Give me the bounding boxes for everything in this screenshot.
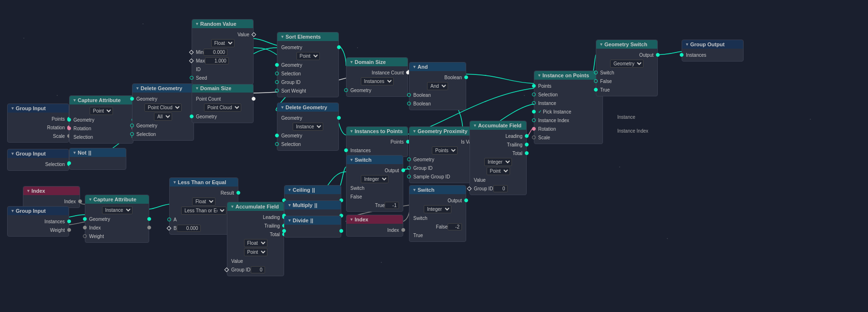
socket-dg1-geo-in[interactable] — [130, 97, 134, 101]
socket-iop-scale-in[interactable] — [532, 135, 536, 139]
socket-and-bool-in1[interactable] — [407, 93, 411, 97]
index-1-header[interactable]: ▾ Index — [23, 187, 80, 195]
socket-ca2-index-out[interactable] — [147, 226, 151, 229]
sw3-type-select[interactable]: Geometry — [610, 60, 643, 68]
switch-2-header[interactable]: ▾ Switch — [409, 186, 466, 194]
lte-type-select[interactable]: Float — [192, 198, 215, 206]
rv-max-input[interactable] — [205, 57, 229, 64]
socket-ca2-weight-in[interactable] — [83, 234, 87, 238]
group-output-header[interactable]: ▾ Group Output — [682, 40, 743, 49]
rv-min-input[interactable] — [204, 49, 227, 56]
socket-and-bool-in2[interactable] — [407, 102, 411, 105]
capture-attr-1-header[interactable]: ▾ Capture Attribute — [70, 96, 133, 104]
ceiling-header[interactable]: ▾ Ceiling || — [285, 186, 341, 194]
se-domain-select[interactable]: Point — [296, 52, 320, 60]
socket-dg2-geo-out[interactable] — [337, 116, 341, 120]
socket-sw3-out[interactable] — [656, 53, 660, 57]
acc-field-1-header[interactable]: ▾ Accumulate Field — [227, 202, 284, 211]
not-header[interactable]: ▾ Not || — [70, 148, 126, 157]
node-editor-canvas[interactable]: ▾ Group Input Points Rotation Scale ▾ Gr… — [0, 0, 868, 312]
multiply-header[interactable]: ▾ Multiply || — [285, 201, 341, 209]
group-input-1-header[interactable]: ▾ Group Input — [8, 104, 69, 113]
ca1-domain-select[interactable]: Point — [90, 107, 113, 115]
socket-dg1-sel-in[interactable] — [130, 132, 134, 136]
itp-header[interactable]: ▾ Instances to Points — [347, 127, 408, 135]
lte-b-input[interactable] — [177, 225, 201, 232]
socket-div-in[interactable] — [282, 229, 286, 233]
socket-sw2-out[interactable] — [464, 198, 468, 202]
ds2-domain-select[interactable]: Instances — [361, 77, 394, 85]
index-2-header[interactable]: ▾ Index — [347, 215, 403, 224]
socket-af2-total-out[interactable] — [525, 151, 529, 155]
sw2-type-select[interactable]: Integer — [424, 205, 451, 213]
divide-header[interactable]: ▾ Divide || — [285, 216, 341, 225]
group-input-2-header[interactable]: ▾ Group Input — [8, 149, 69, 158]
capture-attr-2-header[interactable]: ▾ Capture Attribute — [85, 195, 149, 204]
socket-se-geo-out[interactable] — [337, 45, 341, 49]
sort-elements-header[interactable]: ▾ Sort Elements — [277, 32, 338, 41]
socket-gp-sgid-in[interactable] — [407, 175, 411, 178]
acc-field-2-header[interactable]: ▾ Accumulate Field — [470, 121, 526, 130]
delete-geo-1-header[interactable]: ▾ Delete Geometry — [133, 84, 194, 93]
socket-lte-b-in[interactable] — [167, 226, 172, 230]
switch-3-header[interactable]: ▾ Geometry Switch — [596, 40, 657, 49]
sw1-type-select[interactable]: Integer — [361, 175, 388, 183]
socket-iop-sel-in[interactable] — [532, 93, 536, 96]
socket-rv-max-in[interactable] — [189, 58, 194, 63]
socket-go-instances-in[interactable] — [680, 53, 684, 57]
af1-type-select[interactable]: Float — [244, 239, 267, 247]
socket-ca2-geo-in[interactable] — [83, 217, 87, 221]
socket-ca2-index-in[interactable] — [83, 226, 87, 229]
socket-idx2-out[interactable] — [401, 228, 405, 232]
socket-ca2-geo-out[interactable] — [147, 217, 151, 221]
socket-rv-seed-in[interactable] — [190, 76, 194, 80]
af2-domain-select[interactable]: Point — [487, 167, 510, 175]
socket-iop-pickinst-in[interactable] — [532, 110, 536, 114]
socket-dg2-sel-in[interactable] — [275, 142, 279, 146]
socket-sw3-false-in[interactable] — [594, 79, 598, 83]
lte-op-select[interactable]: Less Than or Equ... — [181, 207, 226, 215]
socket-sw1-out[interactable] — [401, 168, 405, 172]
random-value-header[interactable]: ▾ Random Value — [192, 20, 253, 28]
delete-geo-2-header[interactable]: ▾ Delete Geometry — [277, 103, 338, 112]
gp-target-select[interactable]: Points — [432, 146, 458, 155]
socket-se-sortweight-in[interactable] — [275, 89, 279, 93]
socket-dg2-geo-in[interactable] — [275, 134, 279, 137]
domain-size-2-header[interactable]: ▾ Domain Size — [347, 58, 408, 66]
socket-gp-geo-in[interactable] — [407, 157, 411, 161]
socket-iop-instindex-in[interactable] — [532, 118, 536, 122]
socket-gp-groupid-in[interactable] — [407, 166, 411, 170]
socket-se-sel-in[interactable] — [275, 72, 279, 75]
socket-rv-min-in[interactable] — [189, 50, 194, 54]
and-header[interactable]: ▾ And — [409, 62, 466, 71]
socket-div-out[interactable] — [339, 229, 343, 233]
group-input-3-header[interactable]: ▾ Group Input — [8, 207, 69, 215]
domain-size-1-header[interactable]: ▾ Domain Size — [192, 84, 253, 93]
socket-rv-value-out[interactable] — [252, 32, 256, 37]
socket-and-bool-out[interactable] — [464, 75, 468, 79]
iop-header[interactable]: ▾ Instance on Points — [534, 71, 602, 80]
socket-ds1-geo-in[interactable] — [190, 114, 194, 118]
socket-af1-groupid-in[interactable] — [225, 267, 229, 272]
socket-instances-out[interactable] — [67, 219, 71, 223]
socket-ca1-rotation-in[interactable] — [67, 126, 71, 130]
socket-ds2-geo-in[interactable] — [344, 88, 348, 92]
socket-weight-out[interactable] — [67, 228, 71, 232]
socket-lte-result-out[interactable] — [236, 191, 240, 195]
dg1-all-select[interactable]: All — [154, 113, 172, 121]
socket-af2-groupid-in[interactable] — [467, 186, 472, 191]
switch-1-header[interactable]: ▾ Switch — [347, 156, 403, 164]
dg1-domain-select[interactable]: Point Cloud — [144, 104, 182, 112]
af1-domain-select[interactable]: Point — [244, 248, 267, 256]
dg2-domain-select[interactable]: Instance — [293, 123, 323, 131]
ds1-domain-select[interactable]: Point Cloud — [204, 104, 241, 112]
socket-iop-geo-in[interactable] — [532, 84, 536, 88]
socket-iop-rotation-in[interactable] — [532, 127, 536, 131]
ca2-domain-select[interactable]: Instance — [102, 206, 133, 214]
socket-not-in[interactable] — [67, 161, 71, 165]
af2-type-select[interactable]: Integer — [484, 158, 512, 166]
socket-se-geo-in[interactable] — [275, 63, 279, 67]
socket-sw3-true-in[interactable] — [594, 88, 598, 92]
socket-sw3-switch-in[interactable] — [594, 71, 598, 74]
af1-groupid-input[interactable] — [251, 266, 265, 273]
